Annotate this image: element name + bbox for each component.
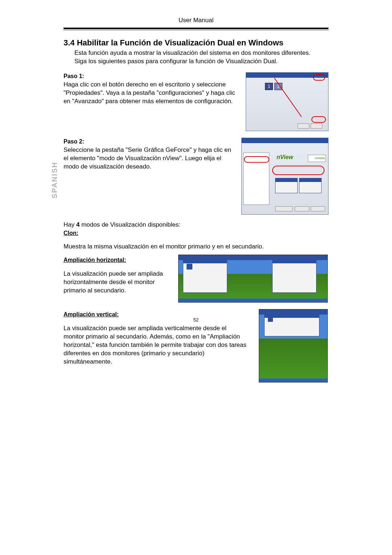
step-2-row: Paso 2: Seleccione la pestaña "Serie Grá… — [64, 138, 328, 215]
header-rule — [64, 28, 328, 30]
mode-clon-head: Clon: — [64, 230, 328, 236]
step-1-row: Paso 1: Haga clic con el botón derecho e… — [64, 72, 328, 131]
step-1-label: Paso 1: — [64, 72, 240, 80]
step-2-body: Seleccione la pestaña "Serie Gráfica GeF… — [64, 146, 236, 171]
section-heading: 3.4 Habilitar la Función de Visualizació… — [64, 38, 328, 48]
step-2-label: Paso 2: — [64, 138, 236, 146]
mode-vertical-body: La visualización puede ser ampliada vert… — [64, 324, 249, 366]
step-1-body: Haga clic con el botón derecho en el esc… — [64, 81, 240, 106]
step-1-text: Paso 1: Haga clic con el botón derecho e… — [64, 72, 240, 131]
modes-intro-suffix: modos de Visualización disponibles: — [79, 221, 180, 228]
section-intro: Esta función ayuda a mostrar la visualiz… — [74, 49, 323, 66]
nview-brand: nView — [277, 154, 293, 161]
step-2-text: Paso 2: Seleccione la pestaña "Serie Grá… — [64, 138, 236, 215]
page-number: 52 — [0, 317, 392, 323]
mode-horizontal-head: Ampliación horizontal: — [64, 256, 172, 264]
mode-clon-body: Muestra la misma visualización en el mon… — [64, 243, 328, 251]
step-1-figure: 1 2 — [246, 72, 328, 131]
step-2-figure: NVIDIA nView — [241, 138, 328, 215]
nvidia-logo: NVIDIA — [308, 155, 326, 162]
mode-horizontal-row: Ampliación horizontal: La visualización … — [64, 255, 328, 303]
running-header: User Manual — [0, 17, 392, 24]
modes-intro: Hay 4 modos de Visualización disponibles… — [64, 221, 328, 228]
mode-horizontal-text: Ampliación horizontal: La visualización … — [64, 255, 172, 303]
content-area: SPANISH 3.4 Habilitar la Función de Visu… — [64, 38, 328, 382]
page: User Manual SPANISH 3.4 Habilitar la Fun… — [0, 0, 392, 555]
modes-intro-prefix: Hay — [64, 221, 76, 228]
mode-horizontal-figure — [178, 255, 328, 303]
language-side-tab: SPANISH — [50, 162, 59, 198]
mode-horizontal-body: La visualización puede ser ampliada hori… — [64, 270, 172, 295]
